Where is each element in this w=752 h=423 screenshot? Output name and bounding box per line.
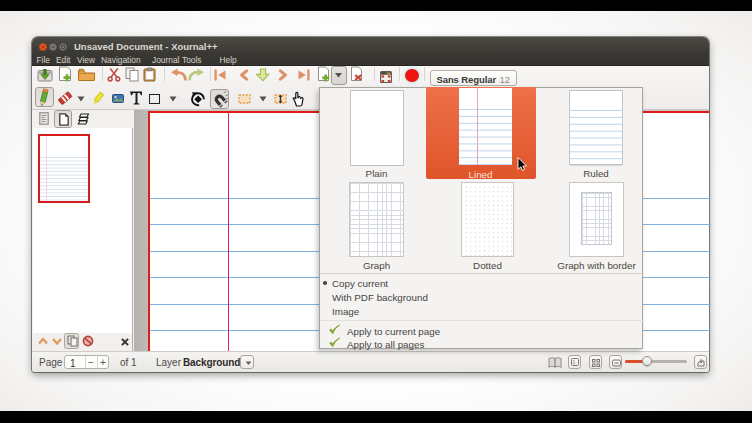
svg-text:1: 1 xyxy=(573,359,576,365)
